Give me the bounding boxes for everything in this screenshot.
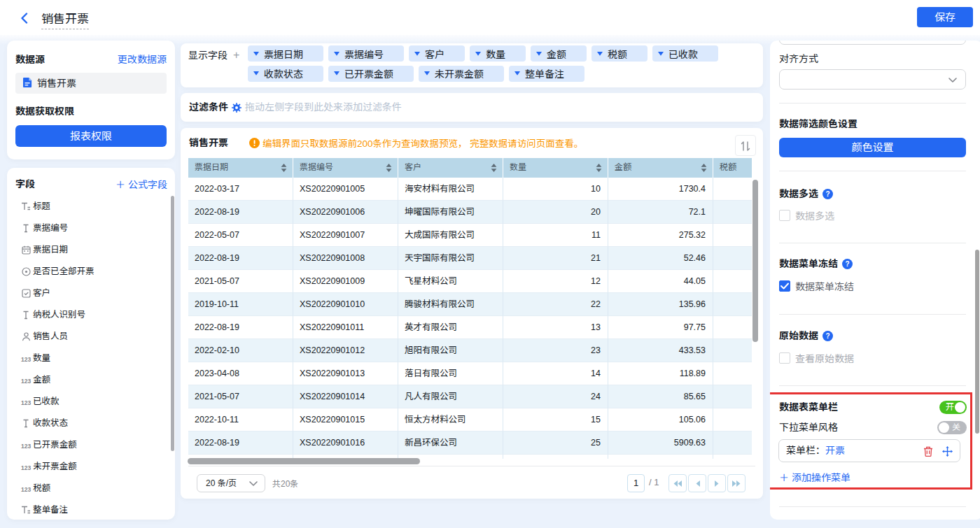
svg-text:?: ? xyxy=(825,190,830,198)
svg-text:?: ? xyxy=(845,260,849,268)
svg-text:?: ? xyxy=(825,332,830,340)
